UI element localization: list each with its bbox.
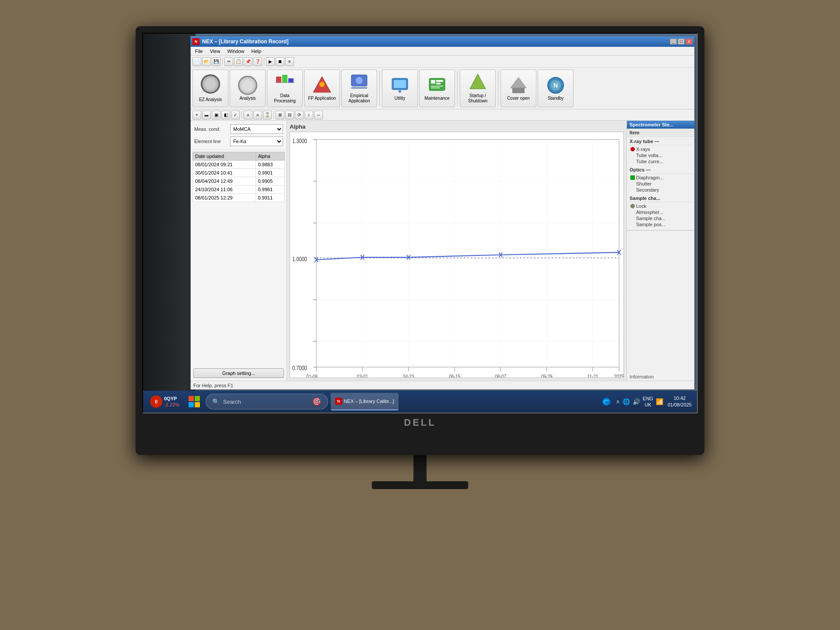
status-bar: For Help, press F1	[191, 381, 694, 389]
svg-text:06-15: 06-15	[449, 373, 460, 378]
toolbar-secondary-btn-9[interactable]: ⊞	[276, 111, 284, 119]
graph-setting-button[interactable]: Graph setting...	[193, 368, 284, 378]
window-title: NEX – [Library Calibration Record]	[202, 38, 670, 45]
item-lock[interactable]: Lock	[629, 203, 693, 209]
toolbar-secondary-btn-11[interactable]: ⟳	[295, 111, 304, 119]
toolbar-secondary-btn-8[interactable]: ⌛	[263, 111, 272, 119]
menu-item-help[interactable]: Help	[248, 48, 265, 55]
table-row[interactable]: 08/01/2024 09:210.9883	[193, 161, 285, 169]
toolbar-small-btn-10[interactable]: ≡	[285, 57, 294, 66]
system-clock[interactable]: 10:42 01/08/2025	[666, 394, 693, 410]
toolbar-small-btn-4[interactable]: ✂	[224, 57, 233, 66]
toolbar-btn-startup-shutdown[interactable]: Startup / Shutdown	[460, 70, 496, 107]
cell-alpha: 0.9883	[256, 161, 284, 169]
toolbar-label-cover-open: Cover open	[507, 96, 530, 101]
item-atmosphere[interactable]: Atmospher...	[629, 209, 693, 215]
item-tube-current[interactable]: Tube curre...	[629, 158, 693, 164]
hidden-icons-button[interactable]: ∧	[616, 399, 620, 405]
toolbar-small-btn-3[interactable]: 💾	[212, 57, 220, 66]
toolbar-btn-analysis[interactable]: Analysis	[230, 70, 266, 107]
toolbar-btn-fp-application[interactable]: FP Application	[304, 70, 340, 107]
edge-icon[interactable]	[599, 395, 613, 409]
toolbar-btn-utility[interactable]: Utility	[382, 70, 418, 107]
svg-rect-10	[394, 80, 406, 88]
element-line-label: Element line	[194, 139, 228, 144]
table-row[interactable]: 08/01/2025 12:290.9911	[193, 194, 285, 202]
item-tube-voltage[interactable]: Tube volta...	[629, 152, 693, 158]
table-row[interactable]: 08/04/2024 12:490.9905	[193, 177, 285, 186]
element-line-select[interactable]: Fe-Kα	[230, 136, 283, 146]
item-xrays[interactable]: X-rays	[629, 146, 693, 152]
language-indicator[interactable]: ENG UK	[643, 396, 653, 408]
app-icon: N	[192, 38, 200, 45]
toolbar-btn-ez-analysis[interactable]: EZ Analysis	[192, 70, 228, 107]
item-secondary[interactable]: Secondary	[629, 187, 693, 193]
toolbar-small-btn-7[interactable]: ❓	[253, 57, 262, 66]
menu-item-file[interactable]: File	[192, 48, 206, 55]
section-header-optics: Optics ―	[629, 166, 693, 174]
meas-cond-label: Meas. cond.	[194, 126, 228, 132]
cell-date: 08/04/2024 12:49	[193, 177, 256, 186]
maximize-button[interactable]: □	[678, 38, 685, 45]
toolbar-secondary-btn-5[interactable]: ✓	[231, 111, 240, 119]
item-diaphragm[interactable]: Diaphragm...	[629, 175, 693, 181]
toolbar-secondary-btn-12[interactable]: ↕	[304, 111, 313, 119]
toolbar-label-startup-shutdown: Startup / Shutdown	[462, 93, 494, 104]
toolbar-secondary-btn-10[interactable]: ⊟	[285, 111, 294, 119]
toolbar-btn-empirical-application[interactable]: Empirical Application	[341, 70, 377, 107]
network-icon[interactable]: 🌐	[623, 398, 630, 405]
chart-title: Alpha	[290, 123, 624, 130]
svg-text:2025: 2025	[614, 373, 623, 378]
toolbar-secondary-btn-13[interactable]: ↔	[314, 111, 323, 119]
toolbar-secondary-btn-3[interactable]: ▣	[212, 111, 220, 119]
meas-cond-select[interactable]: MoMCA	[230, 124, 283, 134]
svg-marker-19	[511, 77, 526, 88]
menu-item-window[interactable]: Window	[224, 48, 248, 55]
svg-rect-2	[288, 78, 294, 83]
toolbar-btn-maintenance[interactable]: Maintenance	[419, 70, 455, 107]
toolbar-secondary-btn-1[interactable]: +	[192, 111, 201, 119]
toolbar-small-btn-6[interactable]: 📌	[244, 57, 252, 66]
toolbar-btn-standby[interactable]: N Standby	[538, 70, 574, 107]
cell-alpha: 0.9901	[256, 169, 284, 177]
toolbar-small-btn-5[interactable]: 📋	[234, 57, 243, 66]
left-panel: Meas. cond. MoMCA Element line Fe-Kα	[191, 121, 287, 381]
taskbar-app-nex[interactable]: N NEX – [Library Calibr...]	[331, 393, 399, 410]
calibration-table: Date updated Alpha 08/01/2024 09:210.988…	[192, 152, 285, 202]
item-sample-position[interactable]: Sample pos...	[629, 221, 693, 228]
menu-item-view[interactable]: View	[206, 48, 224, 55]
taskbar-search[interactable]: 🔍 Search 🎯	[206, 394, 328, 410]
table-row[interactable]: 30/01/2024 10:410.9901	[193, 169, 285, 177]
toolbar-secondary-btn-4[interactable]: ◧	[221, 111, 230, 119]
ticker-change: -1.22%	[164, 402, 179, 408]
svg-text:1.3000: 1.3000	[292, 137, 307, 144]
table-row[interactable]: 24/10/2024 11:060.9961	[193, 186, 285, 194]
item-column-header: Item	[630, 130, 640, 135]
item-sample-chamber[interactable]: Sample cha...	[629, 215, 693, 221]
toolbar-btn-cover-open[interactable]: Cover open	[500, 70, 536, 107]
svg-text:09-29: 09-29	[541, 373, 553, 378]
svg-text:11-21: 11-21	[587, 373, 598, 378]
wifi-icon[interactable]: 📶	[656, 398, 663, 405]
close-button[interactable]: ✕	[686, 38, 693, 45]
toolbar-small-btn-8[interactable]: ▶	[266, 57, 275, 66]
svg-rect-78	[189, 396, 194, 401]
toolbar-secondary-btn-2[interactable]: ▬	[202, 111, 211, 119]
toolbar-small-btn-2[interactable]: 📂	[202, 57, 211, 66]
start-button[interactable]	[186, 393, 203, 410]
svg-text:N: N	[553, 82, 558, 89]
toolbar-small-btn-9[interactable]: ⏹	[276, 57, 284, 66]
speaker-icon[interactable]: 🔊	[633, 398, 640, 405]
toolbar-label-maintenance: Maintenance	[424, 96, 449, 101]
stock-ticker[interactable]: 0 0QYP -1.22%	[147, 394, 183, 410]
toolbar-btn-data-processing[interactable]: Data Processing	[267, 70, 303, 107]
svg-rect-15	[436, 83, 441, 84]
toolbar-secondary-btn-7[interactable]: A	[253, 111, 262, 119]
item-shutter[interactable]: Shutter	[629, 181, 693, 187]
taskbar: 0 0QYP -1.22%	[143, 391, 697, 413]
minimize-button[interactable]: _	[670, 38, 677, 45]
svg-rect-1	[282, 75, 287, 83]
toolbar-secondary-btn-6[interactable]: A	[244, 111, 252, 119]
toolbar-small-btn-1[interactable]: 📄	[192, 57, 201, 66]
cell-date: 08/01/2024 09:21	[193, 161, 256, 169]
